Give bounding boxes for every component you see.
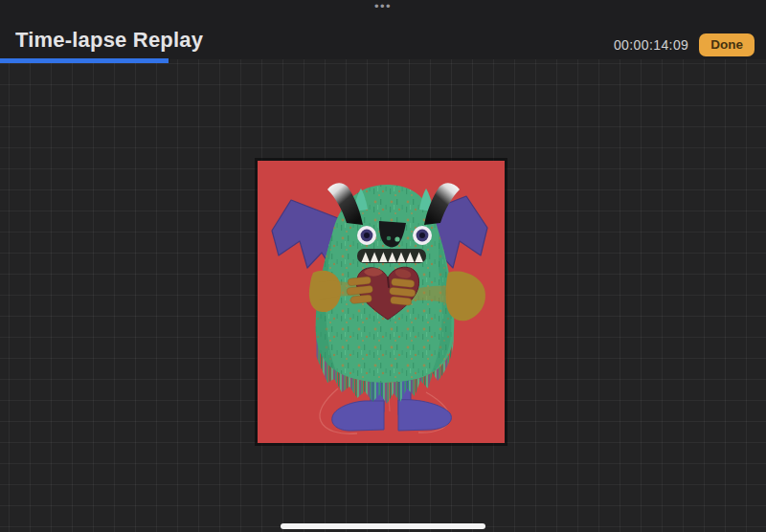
replay-stage: [0, 59, 766, 532]
playback-progress-bar[interactable]: [0, 58, 766, 63]
multitask-indicator-icon[interactable]: •••: [0, 0, 766, 13]
home-indicator[interactable]: [281, 523, 485, 529]
done-button[interactable]: Done: [699, 33, 755, 56]
page-title: Time-lapse Replay: [15, 28, 203, 53]
header-right-group: 00:00:14:09 Done: [614, 33, 755, 56]
header-bar: ••• Time-lapse Replay 00:00:14:09 Done: [0, 0, 766, 59]
monster-artwork: [258, 161, 505, 443]
playback-timestamp: 00:00:14:09: [614, 37, 688, 53]
timelapse-canvas[interactable]: [258, 161, 505, 443]
timelapse-replay-screen: ••• Time-lapse Replay 00:00:14:09 Done: [0, 0, 766, 532]
progress-fill: [0, 58, 169, 63]
